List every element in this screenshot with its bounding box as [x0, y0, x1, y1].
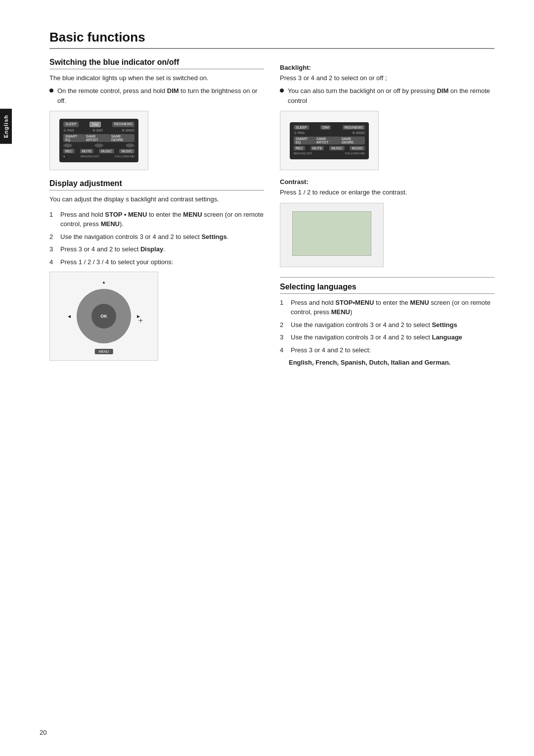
nav-arrow-up: ▲: [102, 280, 106, 284]
backlight-body: Press 3 or 4 and 2 to select on or off ;…: [280, 73, 494, 106]
menu-button-label: MENU: [95, 349, 113, 354]
lang-step-4: 4 Press 3 or 4 and 2 to select:: [280, 345, 494, 355]
content-area: Switching the blue indicator on/off The …: [49, 58, 494, 366]
lang-step-2: 2 Use the navigation controls 3 or 4 and…: [280, 320, 494, 330]
remote-row-1: SLEEP DIM RES/NEWS: [63, 122, 134, 127]
nav-circle-wrapper: ▲ OK ▼ ◀ ▶: [77, 289, 131, 343]
bl-music2-btn: MUSIC: [350, 146, 365, 150]
indicator-bullet: On the remote control, press and hold DI…: [49, 86, 264, 106]
backlight-remote-row-5: BROADCAST FOLLOWS ME: [294, 152, 365, 155]
section-display-body: You can adjust the display s backlight a…: [49, 194, 264, 204]
bl-dim-btn: DIM: [320, 125, 331, 130]
backlight-remote-row-3: SMART EQ SAME ARTIST SAME GENRE: [294, 137, 365, 144]
bl-samegenre-btn: SAME GENRE: [340, 137, 365, 144]
remote-mute-btn: MUTE: [80, 149, 94, 153]
bl-smarteq-btn: SMART EQ: [294, 137, 314, 144]
remote-sleep-btn: SLEEP: [63, 122, 79, 127]
section-backlight: Backlight: Press 3 or 4 and 2 to select …: [280, 64, 494, 170]
remote-row-2: ① PAN ⑧ BAY ⑨ WWD: [63, 129, 134, 133]
display-step-4: 4 Press 1 / 2 / 3 / 4 to select your opt…: [49, 257, 264, 267]
display-steps-list: 1 Press and hold STOP • MENU to enter th…: [49, 210, 264, 267]
section-display-title: Display adjustment: [49, 179, 264, 190]
remote-mini-2: SLEEP DIM RES/NEWS ① PAN ⑨ WWD SMART EQ …: [290, 122, 369, 159]
backlight-title: Backlight:: [280, 64, 494, 71]
page-number: 20: [40, 729, 46, 736]
remote-row-6: ● BROADCAST FOLLOWS ME: [63, 155, 134, 158]
contrast-body: Press 1 / 2 to reduce or enlarge the con…: [280, 188, 494, 197]
backlight-remote-row-4: REC MUTE MUSIC MUSIC: [294, 146, 365, 150]
nav-outer-ring: OK: [77, 289, 131, 343]
page-container: English Basic functions Switching the bl…: [0, 0, 534, 756]
bl-resnews-btn: RES/NEWS: [343, 125, 365, 130]
remote-music-btn1: MUSIC: [99, 149, 114, 153]
remote-music-btn2: MUSIC: [119, 149, 134, 153]
remote-row-5: REC MUTE MUSIC MUSIC: [63, 149, 134, 153]
left-column: Switching the blue indicator on/off The …: [49, 58, 264, 366]
remote-rec-btn: REC: [63, 149, 75, 153]
section-indicator: Switching the blue indicator on/off The …: [49, 58, 264, 170]
remote-image-backlight: SLEEP DIM RES/NEWS ① PAN ⑨ WWD SMART EQ …: [280, 111, 379, 170]
plus-mark: +: [138, 316, 143, 325]
nav-arrow-left: ◀: [68, 314, 71, 319]
remote-sameartist-btn: SAME ARTIST: [84, 134, 109, 142]
remote-samegenre-btn: SAME GENRE: [109, 134, 134, 142]
contrast-title: Contrast:: [280, 178, 494, 186]
bullet-dot: [49, 89, 53, 93]
lang-step-3: 3 Use the navigation controls 3 or 4 and…: [280, 332, 494, 342]
display-screen-image: [280, 203, 384, 267]
bl-sameartist-btn: SAME ARTIST: [314, 137, 340, 144]
sidebar-tab: English: [0, 109, 12, 144]
remote-image-indicator: SLEEP DIM RES/NEWS ① PAN ⑧ BAY ⑨ WWD SMA…: [49, 111, 148, 170]
backlight-remote-row-1: SLEEP DIM RES/NEWS: [294, 125, 365, 130]
page-title: Basic functions: [49, 30, 494, 49]
languages-list: English, French, Spanish, Dutch, Italian…: [280, 359, 494, 366]
bl-music-btn: MUSIC: [329, 146, 345, 150]
bl-mute-btn: MUTE: [311, 146, 324, 150]
languages-title: Selecting languages: [280, 283, 494, 294]
remote-dim-btn: DIM: [89, 122, 101, 127]
remote-mini-1: SLEEP DIM RES/NEWS ① PAN ⑧ BAY ⑨ WWD SMA…: [59, 119, 138, 162]
display-screen-visual: [292, 211, 371, 256]
languages-text: English, French, Spanish, Dutch, Italian…: [289, 359, 450, 366]
backlight-bullet-text: You can also turn the backlight on or of…: [288, 86, 494, 106]
display-step-1: 1 Press and hold STOP • MENU to enter th…: [49, 210, 264, 229]
nav-ok-button: OK: [91, 304, 116, 329]
remote-smarteq-btn: SMART EQ: [63, 134, 84, 142]
nav-circle-image: ▲ OK ▼ ◀ ▶ MENU +: [49, 272, 158, 361]
right-column: Backlight: Press 3 or 4 and 2 to select …: [280, 58, 494, 366]
languages-steps-list: 1 Press and hold STOP•MENU to enter the …: [280, 298, 494, 355]
remote-resnews-btn: RES/NEWS: [112, 122, 134, 127]
remote-row-3: SMART EQ SAME ARTIST SAME GENRE: [63, 134, 134, 142]
section-display: Display adjustment You can adjust the di…: [49, 179, 264, 361]
display-step-2: 2 Use the navigation controls 3 or 4 and…: [49, 232, 264, 242]
section-contrast: Contrast: Press 1 / 2 to reduce or enlar…: [280, 178, 494, 267]
lang-step-1: 1 Press and hold STOP•MENU to enter the …: [280, 298, 494, 317]
section-indicator-title: Switching the blue indicator on/off: [49, 58, 264, 69]
section-languages: Selecting languages 1 Press and hold STO…: [280, 277, 494, 367]
display-step-3: 3 Press 3 or 4 and 2 to select Display.: [49, 244, 264, 254]
remote-row-4: [63, 143, 134, 147]
backlight-bullet: You can also turn the backlight on or of…: [280, 86, 494, 106]
section-indicator-body: The blue indicator lights up when the se…: [49, 73, 264, 106]
backlight-bullet-dot: [280, 89, 284, 93]
backlight-remote-row-2: ① PAN ⑨ WWD: [294, 131, 365, 135]
indicator-bullet-text: On the remote control, press and hold DI…: [57, 86, 264, 106]
bl-rec-btn: REC: [294, 146, 305, 150]
bl-sleep-btn: SLEEP: [294, 125, 309, 130]
